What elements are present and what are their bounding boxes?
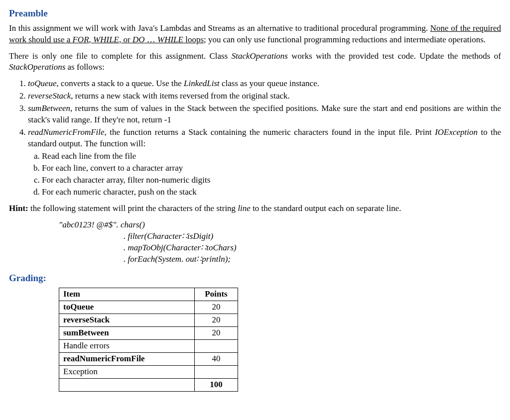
list-item-2: reverseStack, returns a new stack with i…: [28, 91, 501, 102]
item4-mid: , the function returns a Stack containin…: [105, 127, 435, 137]
cell-item: readNumericFromFile: [59, 352, 195, 365]
item2-tail: , returns a new stack with items reverse…: [71, 91, 290, 101]
cell-points: [195, 339, 238, 352]
header-item: Item: [59, 288, 195, 301]
p2-e: as follows:: [65, 62, 104, 72]
cell-item: sumBetween: [59, 326, 195, 339]
cell-item: reverseStack: [59, 314, 195, 326]
p2-a: There is only one file to complete for t…: [9, 51, 232, 61]
table-row: toQueue 20: [59, 301, 238, 314]
item1-class: LinkedList: [184, 79, 220, 88]
intro-paragraph-2: There is only one file to complete for t…: [9, 51, 501, 74]
p1-for: FOR: [72, 35, 89, 44]
item1-mid: , converts a stack to a queue. Use the: [57, 79, 184, 88]
item3-code: sumBetween: [28, 104, 70, 113]
sublist-item4: Read each line from the file For each li…: [28, 151, 501, 198]
p1-do: DO: [132, 35, 145, 44]
code-l1a: "abc0123! @#$": [59, 220, 116, 229]
item3-tail: , returns the sum of values in the Stack…: [28, 104, 501, 124]
cell-points: 40: [195, 352, 238, 365]
table-row: Exception: [59, 365, 238, 378]
p1-text-c: ; you can only use functional programmin…: [204, 35, 486, 44]
item2-code: reverseStack: [28, 91, 71, 101]
hint-block: Hint: the following statement will print…: [9, 203, 501, 265]
grading-heading: Grading:: [9, 272, 501, 285]
p2-c: works with the provided test code. Updat…: [288, 51, 501, 61]
code-line-2: . filter(Character∷isDigit): [59, 231, 501, 242]
p2-d: StackOperations: [9, 62, 65, 72]
code-line-1: "abc0123! @#$". chars(): [59, 219, 501, 231]
table-row: sumBetween 20: [59, 326, 238, 339]
p2-b: StackOperations: [232, 51, 288, 61]
total-empty: [59, 378, 195, 391]
cell-item: Handle errors: [59, 339, 195, 352]
p1-while2: WHILE: [157, 35, 183, 44]
list-item-1: toQueue, converts a stack to a queue. Us…: [28, 78, 501, 90]
table-row: readNumericFromFile 40: [59, 352, 238, 365]
table-row: Handle errors: [59, 339, 238, 352]
cell-points: 20: [195, 301, 238, 314]
item1-code: toQueue: [28, 79, 57, 88]
cell-points: 20: [195, 326, 238, 339]
table-row: reverseStack 20: [59, 314, 238, 326]
total-value: 100: [195, 378, 238, 391]
code-block: "abc0123! @#$". chars() . filter(Charact…: [59, 219, 501, 265]
item4-code: readNumericFromFile: [28, 127, 105, 137]
p1-while: WHILE: [93, 35, 119, 44]
header-points: Points: [195, 288, 238, 301]
item4-exc: IOException: [435, 127, 478, 137]
code-l1b: . chars(): [116, 220, 145, 229]
methods-list: toQueue, converts a stack to a queue. Us…: [9, 78, 501, 198]
hint-text-a: the following statement will print the c…: [28, 204, 238, 213]
hint-label: Hint:: [9, 204, 28, 213]
p1-mid1: ,: [89, 35, 94, 44]
hint-line-word: line: [238, 204, 251, 213]
hint-paragraph: Hint: the following statement will print…: [9, 203, 501, 214]
table-body: toQueue 20 reverseStack 20 sumBetween 20…: [59, 301, 238, 392]
cell-item: Exception: [59, 365, 195, 378]
grading-table: Item Points toQueue 20 reverseStack 20 s…: [59, 288, 238, 392]
cell-item: toQueue: [59, 301, 195, 314]
p1-u-suffix: loops: [183, 35, 204, 44]
sub-c: For each character array, filter non-num…: [42, 175, 501, 186]
table-total-row: 100: [59, 378, 238, 391]
sub-b: For each line, convert to a character ar…: [42, 163, 501, 174]
list-item-4: readNumericFromFile, the function return…: [28, 127, 501, 198]
p1-dots: …: [144, 35, 157, 44]
code-line-4: . forEach(System. out∷println);: [59, 254, 501, 265]
preamble-heading: Preamble: [9, 7, 501, 20]
list-item-3: sumBetween, returns the sum of values in…: [28, 103, 501, 126]
p1-mid2: , or: [119, 35, 132, 44]
item1-tail: class as your queue instance.: [220, 79, 319, 88]
sub-d: For each numeric character, push on the …: [42, 187, 501, 198]
cell-points: [195, 365, 238, 378]
code-line-3: . mapToObj(Character∷toChars): [59, 242, 501, 254]
intro-paragraph-1: In this assignment we will work with Jav…: [9, 23, 501, 46]
p1-text-a: In this assignment we will work with Jav…: [9, 23, 430, 33]
table-header-row: Item Points: [59, 288, 238, 301]
cell-points: 20: [195, 314, 238, 326]
sub-a: Read each line from the file: [42, 151, 501, 162]
hint-text-b: to the standard output each on separate …: [251, 204, 401, 213]
